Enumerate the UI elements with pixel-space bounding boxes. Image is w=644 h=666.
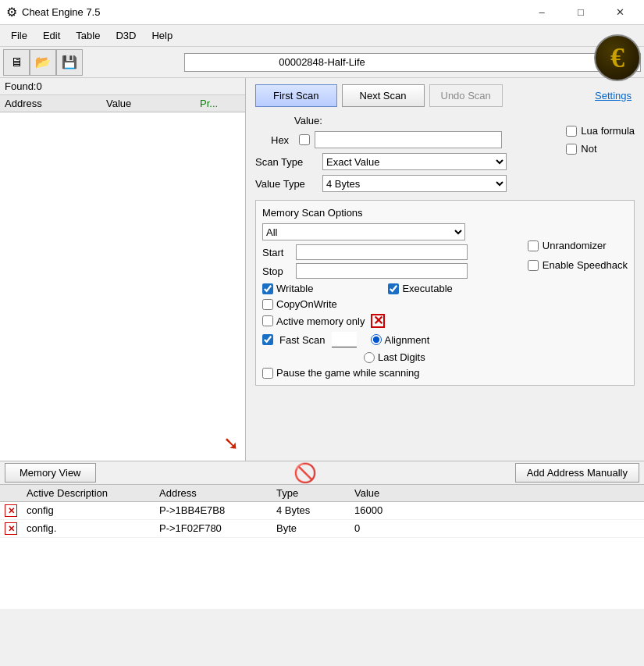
not-label-container: Not xyxy=(566,143,635,155)
hex-label: Hex xyxy=(271,134,294,146)
right-panel: First Scan Next Scan Undo Scan Settings … xyxy=(246,78,644,461)
memory-view-button[interactable]: Memory View xyxy=(5,463,96,483)
last-digits-label: Last Digits xyxy=(364,351,425,363)
red-x-badge: ✕ xyxy=(371,314,385,328)
address-table-container: Active Description Address Type Value ✕ … xyxy=(0,484,644,609)
row-description: config xyxy=(27,504,159,517)
col-pr: Pr... xyxy=(200,98,240,109)
found-bar: Found:0 xyxy=(0,78,245,95)
arrow-icon: ➘ xyxy=(223,433,239,454)
stop-label: Stop xyxy=(262,265,290,277)
mem-scan-box: Memory Scan Options All Start 0000000000… xyxy=(255,200,635,386)
menu-edit[interactable]: Edit xyxy=(35,27,68,45)
col-description-header: Active Description xyxy=(27,487,159,499)
row-address: P->1F02F780 xyxy=(159,522,276,535)
start-input[interactable]: 0000000000000000 xyxy=(296,244,468,260)
alignment-radio[interactable] xyxy=(371,334,382,345)
row-value: 0 xyxy=(354,522,448,535)
fast-scan-checkbox[interactable] xyxy=(262,334,273,345)
lua-formula-label: Lua formula xyxy=(566,125,635,137)
row-active: ✕ xyxy=(5,504,17,517)
alignment-label: Alignment xyxy=(371,334,430,346)
toolbar-open-button[interactable]: 📂 xyxy=(30,49,56,76)
unrandomizer-label: Unrandomizer xyxy=(528,240,628,251)
col-type-header: Type xyxy=(276,487,354,499)
close-button[interactable]: ✕ xyxy=(602,2,638,23)
first-scan-button[interactable]: First Scan xyxy=(255,84,337,107)
scan-type-label: Scan Type xyxy=(255,156,318,168)
last-digits-radio[interactable] xyxy=(364,352,375,363)
stop-input[interactable]: 00007FFFFFFFFFFF xyxy=(296,263,468,279)
value-type-label: Value Type xyxy=(255,178,318,190)
right-checkboxes: Lua formula Not xyxy=(566,125,635,155)
minimize-button[interactable]: – xyxy=(524,2,560,23)
settings-link[interactable]: Settings xyxy=(595,90,635,102)
row-type: 4 Bytes xyxy=(276,504,354,517)
toolbar-monitor-button[interactable]: 🖥 xyxy=(3,49,30,76)
mem-scan-title: Memory Scan Options xyxy=(262,207,628,219)
scan-type-row: Scan Type Exact Value Bigger than... Sma… xyxy=(255,153,635,170)
active-mem-checkbox[interactable] xyxy=(262,315,273,326)
fast-scan-row: Fast Scan 4 Alignment xyxy=(262,332,628,347)
last-digits-row: Last Digits xyxy=(364,351,628,363)
table-row[interactable]: ✕ config P->1BB4E7B8 4 Bytes 16000 xyxy=(0,502,644,520)
value-label: Value: xyxy=(294,115,322,126)
writable-checkbox[interactable] xyxy=(262,283,273,294)
add-address-button[interactable]: Add Address Manually xyxy=(515,463,639,483)
main-content: Found:0 Address Value Pr... ➘ First Scan… xyxy=(0,78,644,461)
maximize-button[interactable]: □ xyxy=(563,2,599,23)
title-bar-controls: – □ ✕ xyxy=(524,2,638,23)
results-list[interactable] xyxy=(0,112,245,426)
col-address-header: Address xyxy=(159,487,276,499)
results-header: Address Value Pr... xyxy=(0,95,245,112)
not-checkbox[interactable] xyxy=(566,144,577,155)
next-scan-button[interactable]: Next Scan xyxy=(342,84,425,107)
executable-checkbox[interactable] xyxy=(388,283,399,294)
app-icon: ⚙ xyxy=(6,5,17,20)
hex-checkbox[interactable] xyxy=(299,134,310,145)
value-type-select[interactable]: 4 Bytes Byte 2 Bytes 8 Bytes Float Doubl… xyxy=(322,175,507,192)
ce-logo-letter: € xyxy=(610,41,624,74)
speedhack-checkbox[interactable] xyxy=(528,260,539,271)
app-title: Cheat Engine 7.5 xyxy=(22,6,100,18)
value-type-row: Value Type 4 Bytes Byte 2 Bytes 8 Bytes … xyxy=(255,175,635,192)
address-rows: ✕ config P->1BB4E7B8 4 Bytes 16000 ✕ con… xyxy=(0,502,644,538)
row-type: Byte xyxy=(276,522,354,535)
col-extra-header xyxy=(448,487,639,499)
table-row[interactable]: ✕ config. P->1F02F780 Byte 0 xyxy=(0,520,644,538)
menu-table[interactable]: Table xyxy=(68,27,108,45)
writable-label: Writable xyxy=(262,283,313,294)
menu-file[interactable]: File xyxy=(3,27,35,45)
row-description: config. xyxy=(27,522,159,535)
process-title: 00002848-Half-Life xyxy=(279,56,365,68)
address-table-header: Active Description Address Type Value xyxy=(0,485,644,502)
writable-row: Writable Executable xyxy=(262,283,628,294)
copyonwrite-checkbox[interactable] xyxy=(262,299,273,310)
pause-checkbox[interactable] xyxy=(262,368,273,379)
unrandomizer-checkbox[interactable] xyxy=(528,240,539,251)
bottom-bar: Memory View 🚫 Add Address Manually xyxy=(0,461,644,484)
copyonwrite-row: CopyOnWrite xyxy=(262,298,628,310)
no-icon: 🚫 xyxy=(294,464,317,483)
active-mem-row: Active memory only ✕ xyxy=(262,314,628,328)
row-value: 16000 xyxy=(354,504,448,517)
pause-row: Pause the game while scanning xyxy=(262,367,628,379)
speedhack-label: Enable Speedhack xyxy=(528,259,628,271)
value-input[interactable] xyxy=(315,131,502,148)
menu-d3d[interactable]: D3D xyxy=(108,27,144,45)
menu-help[interactable]: Help xyxy=(144,27,180,45)
undo-scan-button[interactable]: Undo Scan xyxy=(429,84,503,107)
col-active-header xyxy=(5,487,27,499)
mem-all-select[interactable]: All xyxy=(262,223,465,240)
col-value: Value xyxy=(106,98,200,109)
ce-logo: € xyxy=(594,34,641,81)
lua-formula-checkbox[interactable] xyxy=(566,126,577,137)
col-address: Address xyxy=(5,98,106,109)
toolbar-save-button[interactable]: 💾 xyxy=(56,49,83,76)
scan-type-select[interactable]: Exact Value Bigger than... Smaller than.… xyxy=(322,153,507,170)
menu-bar: File Edit Table D3D Help xyxy=(0,25,644,47)
address-input[interactable] xyxy=(184,53,641,72)
fast-scan-value-input[interactable]: 4 xyxy=(332,332,357,347)
start-label: Start xyxy=(262,247,290,258)
col-value-header: Value xyxy=(354,487,448,499)
